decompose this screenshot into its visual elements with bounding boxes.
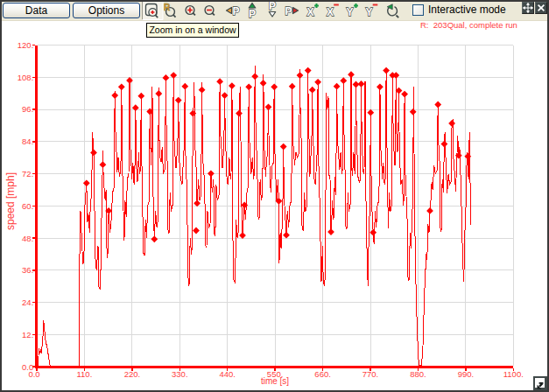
svg-text:speed [mph]: speed [mph] <box>4 172 17 230</box>
svg-text:time [s]: time [s] <box>261 376 289 386</box>
svg-text:220.: 220. <box>124 369 141 379</box>
svg-text:60.: 60. <box>22 201 33 211</box>
svg-text:990.: 990. <box>458 369 475 379</box>
svg-text:P: P <box>285 5 292 18</box>
svg-text:12.: 12. <box>22 330 33 340</box>
svg-text:24.: 24. <box>22 298 33 307</box>
svg-text:770.: 770. <box>362 369 379 379</box>
svg-text:Y: Y <box>365 6 372 18</box>
svg-text:880.: 880. <box>410 369 426 379</box>
svg-text:48.: 48. <box>22 234 33 243</box>
svg-text:84.: 84. <box>22 136 33 146</box>
svg-text:0.0: 0.0 <box>22 362 33 372</box>
svg-text:X: X <box>306 6 313 18</box>
svg-text:72.: 72. <box>22 169 33 178</box>
svg-text:Y: Y <box>346 6 353 18</box>
svg-text:330.: 330. <box>172 369 188 379</box>
svg-text:P: P <box>269 0 276 12</box>
svg-text:96.: 96. <box>22 104 33 114</box>
svg-text:36.: 36. <box>22 265 33 275</box>
svg-text:440.: 440. <box>219 369 236 379</box>
svg-text:120.: 120. <box>18 40 34 50</box>
svg-text:X: X <box>327 6 334 18</box>
svg-text:P: P <box>232 5 239 18</box>
svg-text:110.: 110. <box>77 369 93 379</box>
svg-text:R: R <box>164 3 171 12</box>
svg-text:108.: 108. <box>18 73 34 82</box>
svg-text:660.: 660. <box>314 369 331 379</box>
svg-text:1100.: 1100. <box>503 369 524 379</box>
svg-text:P: P <box>249 8 256 20</box>
